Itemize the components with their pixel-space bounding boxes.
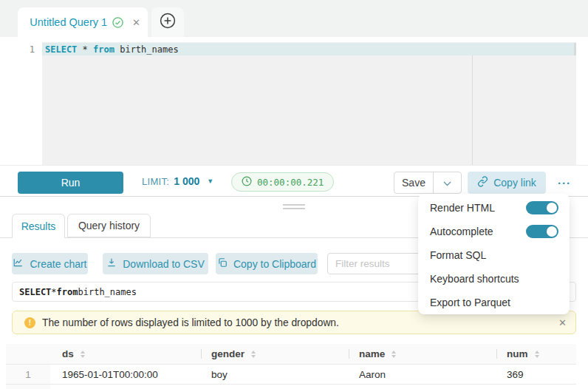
caret-down-icon: ▼ [207,177,213,185]
save-dropdown-button[interactable] [433,172,461,193]
editor-toolbar: Run LIMIT: 1 000 ▼ 00:00:00.221 Save Cop [0,165,588,197]
save-button[interactable]: Save [394,172,433,193]
header-label: num [507,348,528,359]
autocomplete-toggle[interactable] [526,225,558,238]
menu-item-label: Export to Parquet [430,297,510,308]
sql-editor: 1 SELECT * from birth_names [18,42,576,165]
plus-icon [160,13,176,32]
create-chart-label: Create chart [30,258,86,270]
query-tab[interactable]: Untitled Query 1 ✕ [18,7,148,37]
header-ds[interactable]: ds [50,344,201,364]
clock-icon [242,176,252,189]
header-gender[interactable]: gender [201,344,349,364]
header-label: ds [62,348,74,359]
download-csv-button[interactable]: Download to CSV [103,253,208,274]
query-timer-badge: 00:00:00.221 [231,172,334,192]
cell-gender: boy [201,365,349,384]
pane-resize-handle[interactable] [283,204,305,209]
cell-name: Aaron [349,365,496,384]
header-label: gender [211,348,245,359]
code-line-1: SELECT * from birth_names [42,42,576,55]
sql-text: * [51,287,56,297]
download-icon [106,257,117,270]
menu-item-label: Autocomplete [430,226,493,237]
line-number: 1 [18,44,35,56]
menu-item-render-html[interactable]: Render HTML [418,196,570,220]
copy-link-label: Copy link [493,177,536,189]
warning-text: The number of rows displayed is limited … [42,317,553,328]
table-row-partial [6,385,576,389]
close-banner-icon[interactable]: ✕ [558,317,567,328]
sql-keyword: from [57,287,78,297]
copy-icon [217,257,228,270]
chart-icon [13,257,24,270]
sql-keyword: from [93,44,114,55]
close-tab-icon[interactable]: ✕ [132,18,140,27]
sql-keyword: SELECT [19,287,51,297]
print-margin-line [472,55,473,165]
more-options-menu: Render HTML Autocomplete Format SQL Keyb… [418,194,570,314]
table-header-row: ds gender name num [6,344,576,365]
menu-item-export-parquet[interactable]: Export to Parquet [418,291,570,314]
column-separator [201,349,202,359]
cell-ds: 1965-01-01T00:00:00 [50,365,201,384]
header-label: name [359,348,385,359]
copy-link-button[interactable]: Copy link [468,172,546,194]
editor-gutter: 1 [18,42,42,165]
sort-icon[interactable] [81,351,85,358]
run-button[interactable]: Run [18,172,123,194]
menu-item-autocomplete[interactable]: Autocomplete [418,220,570,243]
menu-item-format-sql[interactable]: Format SQL [418,243,570,267]
sql-text: birth_names [78,287,137,297]
query-success-icon [112,17,123,28]
filter-results-input[interactable] [327,253,431,274]
tab-query-history[interactable]: Query history [67,214,151,237]
sql-lab-screen: Untitled Query 1 ✕ 1 SELECT * from birth… [0,0,588,389]
warning-icon: ! [24,317,35,328]
more-options-button[interactable]: ··· [553,172,576,194]
save-split-button: Save [394,172,462,194]
menu-item-keyboard-shortcuts[interactable]: Keyboard shortcuts [418,267,570,291]
header-num[interactable]: num [496,344,576,364]
sort-icon[interactable] [251,351,256,358]
table-row: 1 1965-01-01T00:00:00 boy Aaron 369 [6,365,576,385]
editor-tabbar: Untitled Query 1 ✕ [0,0,588,37]
render-html-toggle[interactable] [526,201,558,214]
sort-icon[interactable] [535,351,539,358]
limit-value: 1 000 [174,175,199,187]
tab-results[interactable]: Results [12,214,65,238]
copy-clipboard-label: Copy to Clipboard [233,258,316,270]
column-separator [349,349,349,359]
limit-label: LIMIT: [142,176,169,187]
menu-item-label: Format SQL [430,249,486,261]
results-table: ds gender name num 1 1965-01-01T00:00:00 [6,344,576,389]
add-tab-button[interactable] [151,7,184,37]
timer-value: 00:00:00.221 [257,177,324,188]
header-name[interactable]: name [349,344,496,364]
column-separator [496,349,497,359]
menu-item-label: Keyboard shortcuts [430,273,519,285]
limit-dropdown[interactable]: LIMIT: 1 000 ▼ [142,166,213,197]
download-csv-label: Download to CSV [123,258,205,270]
editor-code-area[interactable]: SELECT * from birth_names [42,42,576,165]
header-row-number [6,344,50,364]
link-icon [477,176,488,189]
chevron-down-icon [443,176,451,189]
menu-item-label: Render HTML [430,202,495,214]
query-tab-title: Untitled Query 1 [30,16,107,28]
create-chart-button[interactable]: Create chart [12,253,88,274]
sql-text: * [77,44,93,55]
cell-num: 369 [496,365,576,384]
sql-text: birth_names [114,44,179,55]
sql-keyword: SELECT [45,44,77,55]
sort-icon[interactable] [392,351,396,358]
row-number-cell: 1 [6,365,50,384]
copy-clipboard-button[interactable]: Copy to Clipboard [216,253,318,274]
